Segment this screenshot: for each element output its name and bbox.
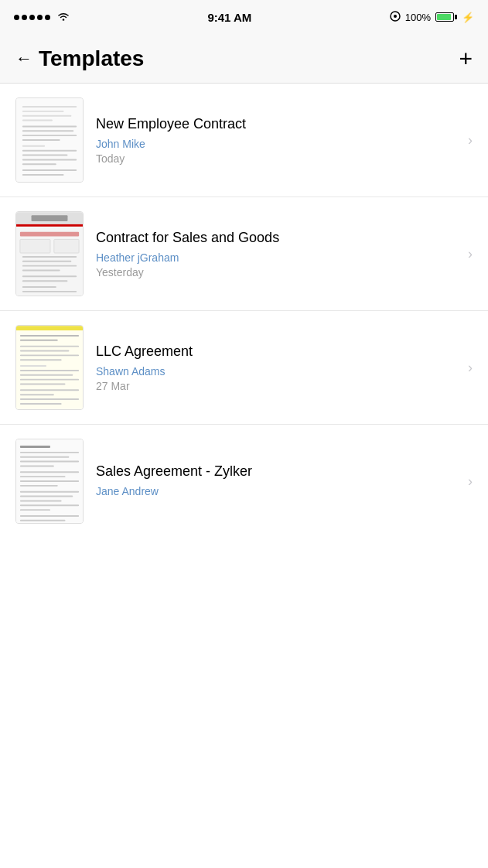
svg-point-2 (394, 15, 397, 18)
signal-dot-5 (45, 15, 50, 20)
template-info-2: Contract for Sales and Goods Heather jGr… (84, 229, 468, 278)
back-arrow-icon: ← (15, 50, 32, 67)
template-thumbnail-3 (15, 325, 84, 410)
back-button[interactable]: ← Templates (15, 46, 144, 71)
svg-rect-34 (16, 326, 83, 409)
svg-rect-43 (20, 370, 79, 371)
svg-rect-57 (20, 471, 79, 473)
template-thumbnail-4 (15, 439, 84, 524)
svg-rect-13 (22, 150, 77, 152)
svg-rect-45 (20, 379, 79, 381)
template-item-2[interactable]: Contract for Sales and Goods Heather jGr… (0, 197, 488, 311)
template-date-2: Yesterday (96, 266, 456, 279)
template-thumbnail-2 (15, 211, 84, 296)
templates-list: New Employee Contract John Mike Today › (0, 84, 488, 538)
template-info-3: LLC Agreement Shawn Adams 27 Mar (84, 343, 468, 391)
template-title-2: Contract for Sales and Goods (96, 229, 456, 247)
svg-rect-16 (22, 163, 56, 165)
svg-rect-41 (20, 359, 62, 361)
signal-dot-3 (29, 15, 35, 20)
svg-rect-65 (20, 509, 50, 511)
svg-rect-67 (20, 520, 66, 521)
svg-rect-66 (20, 515, 79, 517)
svg-rect-18 (22, 174, 64, 176)
svg-rect-52 (20, 446, 50, 448)
nav-bar: ← Templates + (0, 34, 488, 84)
svg-rect-10 (22, 135, 77, 136)
chevron-icon-1: › (468, 132, 473, 149)
svg-rect-40 (20, 354, 79, 356)
svg-rect-58 (20, 476, 66, 477)
svg-rect-12 (22, 145, 45, 147)
svg-rect-60 (20, 485, 58, 487)
svg-rect-39 (20, 350, 70, 352)
svg-rect-38 (20, 346, 79, 347)
svg-rect-5 (22, 111, 64, 112)
template-date-3: 27 Mar (96, 380, 456, 392)
svg-rect-7 (22, 120, 53, 121)
template-info-4: Sales Agreement - Zylker Jane Andrew (84, 463, 468, 499)
template-info-1: New Employee Contract John Mike Today (84, 115, 468, 164)
svg-rect-37 (20, 340, 58, 341)
battery-icon (435, 12, 457, 22)
svg-rect-27 (22, 261, 72, 262)
signal-dot-2 (22, 15, 27, 20)
template-item-1[interactable]: New Employee Contract John Mike Today › (0, 84, 488, 197)
signal-dot-4 (37, 15, 43, 20)
signal-dot-1 (14, 15, 19, 20)
svg-rect-8 (22, 125, 77, 127)
svg-rect-64 (20, 504, 79, 506)
svg-rect-48 (20, 394, 54, 395)
svg-rect-26 (22, 256, 77, 258)
svg-rect-59 (20, 480, 79, 482)
signal-dots (14, 15, 50, 20)
svg-rect-33 (22, 291, 77, 292)
svg-rect-54 (20, 456, 70, 458)
svg-rect-29 (22, 270, 60, 272)
svg-rect-63 (20, 500, 62, 501)
svg-rect-56 (20, 465, 54, 466)
svg-rect-24 (20, 239, 50, 253)
template-item-3[interactable]: LLC Agreement Shawn Adams 27 Mar › (0, 311, 488, 425)
svg-rect-44 (20, 374, 73, 376)
svg-rect-25 (54, 239, 79, 253)
wifi-icon (57, 12, 70, 23)
charging-icon: ⚡ (462, 12, 474, 23)
svg-rect-53 (20, 452, 79, 453)
svg-rect-49 (20, 398, 79, 400)
svg-rect-36 (20, 335, 79, 337)
svg-rect-11 (22, 139, 60, 141)
status-bar-right: 100% ⚡ (390, 11, 474, 24)
svg-rect-4 (22, 106, 77, 108)
svg-rect-62 (20, 496, 73, 497)
svg-rect-15 (22, 159, 77, 160)
svg-rect-32 (22, 286, 56, 288)
template-author-2: Heather jGraham (96, 251, 456, 264)
template-thumbnail-1 (15, 97, 84, 183)
svg-rect-6 (22, 115, 72, 117)
chevron-icon-3: › (468, 360, 473, 376)
template-title-1: New Employee Contract (96, 115, 456, 133)
svg-rect-22 (32, 215, 68, 221)
add-template-button[interactable]: + (459, 47, 473, 70)
svg-rect-35 (16, 326, 83, 330)
svg-rect-47 (20, 389, 79, 391)
status-bar-time: 9:41 AM (207, 11, 251, 24)
template-author-1: John Mike (96, 138, 456, 150)
svg-rect-55 (20, 461, 79, 463)
svg-rect-61 (20, 491, 79, 493)
svg-rect-14 (22, 155, 68, 156)
template-author-4: Jane Andrew (96, 485, 456, 497)
svg-rect-21 (16, 224, 83, 227)
svg-rect-46 (20, 384, 66, 385)
template-item-4[interactable]: Sales Agreement - Zylker Jane Andrew › (0, 425, 488, 538)
svg-rect-28 (22, 265, 77, 267)
template-title-4: Sales Agreement - Zylker (96, 463, 456, 480)
svg-point-0 (63, 19, 64, 20)
svg-rect-23 (20, 232, 79, 237)
template-title-3: LLC Agreement (96, 343, 456, 361)
battery-percent: 100% (405, 12, 431, 23)
svg-rect-31 (22, 280, 68, 282)
svg-rect-17 (22, 169, 77, 171)
template-author-3: Shawn Adams (96, 365, 456, 378)
